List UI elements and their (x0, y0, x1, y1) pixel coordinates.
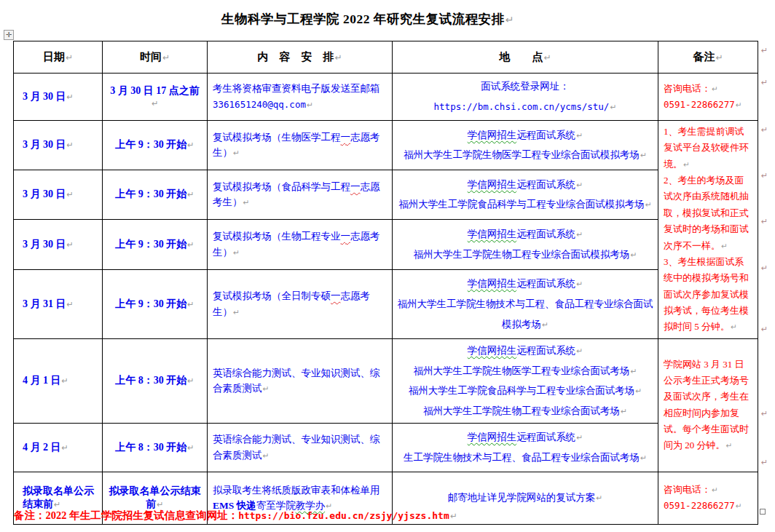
pilcrow-mark: ↵ (66, 300, 74, 309)
table-header-row: 日期↵时间↵内 容 安 排↵地 点↵备注↵ (14, 41, 758, 74)
paragraph: 拟录取名单公示结束前↵ (107, 485, 202, 511)
column-header-label: 日期 (43, 51, 65, 63)
remark-cell: 咨询电话：↵0591-22866277↵ (658, 74, 758, 121)
schedule-table-header: 日期↵时间↵内 容 安 排↵地 点↵备注↵ (14, 41, 758, 74)
table-row: 4 月 2 日↵上午 8：30 开始↵英语综合能力测试、专业知识测试、综合素质测… (14, 423, 758, 472)
text-segment: 远程面试系统 (516, 278, 575, 289)
table-row: 3 月 30 日↵上午 9：30 开始↵复试模拟考场（食品科学与工程一志愿考生）… (14, 170, 758, 219)
text-segment: 4 月 2 日 (23, 442, 61, 453)
pilcrow-mark: ↵ (720, 242, 728, 250)
pilcrow-mark: ↵ (715, 52, 723, 63)
pilcrow-mark: ↵ (66, 240, 74, 250)
content-cell: 英语综合能力测试、专业知识测试、综合素质测试↵ (208, 423, 393, 472)
location-cell: 学信网招生远程面试系统↵福州大学生工学院生物医学工程专业综合面试考场↵福州大学生… (393, 338, 658, 423)
pilcrow-mark: ↵ (151, 99, 158, 108)
schedule-table: 日期↵时间↵内 容 安 排↵地 点↵备注↵ 3 月 30 日↵3 月 30 日 … (13, 41, 758, 525)
time-cell: 上午 9：30 开始↵ (103, 170, 208, 219)
pilcrow-mark: ↵ (186, 240, 194, 250)
column-header: 地 点↵ (393, 41, 658, 74)
date-cell: 3 月 30 日↵ (14, 121, 103, 170)
paragraph: 生工学院生物技术与工程、食品工程专业综合面试考场↵ (396, 448, 654, 468)
text-segment: 考生将资格审查资料电子版发送至邮箱 (213, 83, 380, 94)
pilcrow-mark: ↵ (449, 511, 457, 521)
text-segment: 英语综合能力测试、专业知识测试、综合素质测试 (213, 434, 380, 461)
time-cell: 上午 8：30 开始↵ (103, 423, 208, 472)
text-segment: 福州大学生工学院食品科学与工程专业综合面试考场 (409, 385, 635, 396)
paragraph: 福州大学生工学院生物工程专业综合面试考场↵ (396, 401, 654, 421)
date-cell: 3 月 30 日↵ (14, 74, 103, 121)
paragraph: 咨询电话：↵ (664, 482, 752, 498)
pilcrow-mark: ↵ (575, 180, 583, 190)
paragraph: 福州大学生工学院食品科学与工程专业综合面试考场↵ (396, 381, 654, 401)
pilcrow-mark: ↵ (186, 190, 194, 199)
time-cell: 上午 9：30 开始↵ (103, 269, 208, 338)
paragraph: 学院网站 3 月 31 日公示考生正式考场号及面试次序，考生在相应时间内参加复试… (664, 357, 752, 454)
pilcrow-mark: ↵ (232, 308, 240, 317)
footer-note-text: 备注：2022 年生工学院招生复试信息查询网址： (14, 509, 238, 521)
remark-cell: 1、考生需提前调试复试平台及软硬件环境。↵2、考生的考场及面试次序由系统随机抽取… (658, 121, 758, 339)
pilcrow-mark: ↵ (620, 407, 627, 416)
schedule-table-body: 3 月 30 日↵3 月 30 日 17 点之前↵考生将资格审查资料电子版发送至… (14, 74, 758, 525)
paragraph: 3 月 30 日↵ (23, 90, 99, 103)
column-header-label: 地 点 (499, 51, 543, 63)
column-header-label: 内 容 安 排 (257, 51, 334, 63)
date-cell: 4 月 2 日↵ (14, 423, 103, 472)
text-segment: 3 月 31 日 (23, 298, 66, 309)
location-cell: 学信网招生远程面试系统↵福州大学生工学院食品科学与工程专业综合面试模拟考场↵ (393, 170, 658, 219)
paragraph: 学信网招生远程面试系统↵ (396, 224, 654, 245)
paragraph: 英语综合能力测试、专业知识测试、综合素质测试↵ (213, 432, 387, 463)
text-segment: 上午 9：30 开始 (115, 188, 186, 199)
column-header: 内 容 安 排↵ (208, 41, 393, 74)
paragraph: 学信网招生远程面试系统↵ (396, 274, 654, 294)
table-row: 3 月 30 日↵上午 9：30 开始↵复试模拟考场（生物工程专业一志愿考生）↵… (14, 219, 758, 269)
footer-note: 备注：2022 年生工学院招生复试信息查询网址：https://bio.fzu.… (14, 509, 764, 523)
table-row: 4 月 1 日↵上午 8：30 开始↵英语综合能力测试、专业知识测试、综合素质测… (14, 338, 758, 423)
text-segment: 学信网招生 (468, 432, 517, 442)
text-segment: 咨询电话： (664, 83, 711, 94)
row-end-mark: ↵ (761, 263, 768, 273)
text-segment: 3 月 30 日 (23, 239, 66, 250)
pilcrow-mark: ↵ (66, 92, 74, 102)
paragraph: 2、考生的考场及面试次序由系统随机抽取，模拟复试和正式复试时的考场和面试次序不一… (664, 172, 752, 254)
paragraph: 0591-22866277↵ (664, 97, 752, 113)
text-segment: 1、考生需提前调试复试平台及软硬件环境。 (664, 126, 749, 170)
text-segment: 英语综合能力测试、专业知识测试、综合素质测试 (213, 368, 380, 394)
paragraph: 学信网招生远程面试系统↵ (396, 125, 654, 146)
text-segment: 复试模拟考场（生物工程专业 (213, 231, 341, 242)
text-segment: 0591-22866277 (664, 99, 735, 110)
pilcrow-mark: ↵ (575, 279, 583, 289)
location-cell: 学信网招生远程面试系统↵福州大学生工学院生物医学工程专业综合面试模拟考场↵ (393, 121, 658, 170)
paragraph: 复试模拟考场（生物医学工程一志愿考生）↵ (213, 130, 387, 161)
paragraph: 上午 9：30 开始↵ (107, 138, 202, 151)
pilcrow-mark: ↵ (243, 198, 250, 207)
paragraph: 福州大学生工学院生物工程专业综合面试模拟考场↵ (396, 245, 654, 265)
text-segment: 学院网站 3 月 31 日公示考生正式考场号及面试次序，考生在相应时间内参加复试… (664, 359, 749, 451)
paragraph: 福州大学生工学院生物医学工程专业综合面试模拟考场↵ (396, 145, 654, 165)
footer-note-url: https://bio.fzu.edu.cn/zsjy/yjszs.htm (238, 510, 449, 521)
text-segment: 学信网招生 (468, 229, 517, 239)
text-segment: 生工学院生物技术与工程、食品工程专业综合面试考场 (404, 452, 640, 463)
pilcrow-mark: ↵ (634, 386, 642, 396)
time-cell: 上午 9：30 开始↵ (103, 121, 208, 170)
paragraph: 3 月 30 日↵ (23, 238, 99, 251)
text-segment: 上午 9：30 开始 (115, 139, 186, 150)
row-end-mark: ↵ (761, 217, 768, 226)
page-title: 生物科学与工程学院 2022 年研究生复试流程安排↵ (0, 10, 736, 28)
pilcrow-mark: ↵ (334, 52, 342, 63)
text-segment: 面试系统登录网址： (481, 81, 570, 92)
pilcrow-mark: ↵ (735, 100, 742, 109)
pilcrow-mark: ↵ (186, 140, 194, 150)
pilcrow-mark: ↵ (186, 300, 194, 309)
date-cell: 3 月 30 日↵ (14, 219, 103, 269)
time-cell: 上午 8：30 开始↵ (103, 338, 208, 423)
paragraph: 4 月 2 日↵ (23, 441, 99, 454)
text-segment: 2、考生的考场及面试次序由系统随机抽取，模拟复试和正式复试时的考场和面试次序不一… (664, 175, 749, 250)
text-segment: 3 月 30 日 (23, 139, 66, 150)
paragraph: 上午 9：30 开始↵ (107, 238, 202, 251)
text-segment: 3、考生根据面试系统中的模拟考场号和面试次序参加复试模拟考试，每位考生模拟时间 … (664, 256, 749, 332)
text-segment: 一 (341, 231, 351, 242)
text-segment: 上午 8：30 开始 (115, 375, 186, 386)
table-move-handle[interactable]: ✛ (4, 30, 14, 40)
pilcrow-mark: ↵ (66, 190, 74, 199)
text-segment: 一 (331, 290, 341, 301)
